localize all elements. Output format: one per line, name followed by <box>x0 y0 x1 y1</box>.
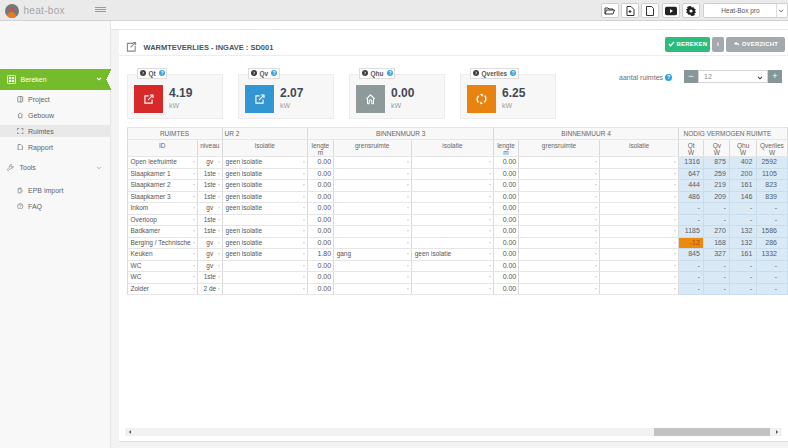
svg-text:?: ? <box>160 71 163 76</box>
svg-text:?: ? <box>388 71 391 76</box>
svg-text:?: ? <box>667 74 670 80</box>
svg-text:?: ? <box>273 71 276 76</box>
svg-text:?: ? <box>512 71 515 76</box>
